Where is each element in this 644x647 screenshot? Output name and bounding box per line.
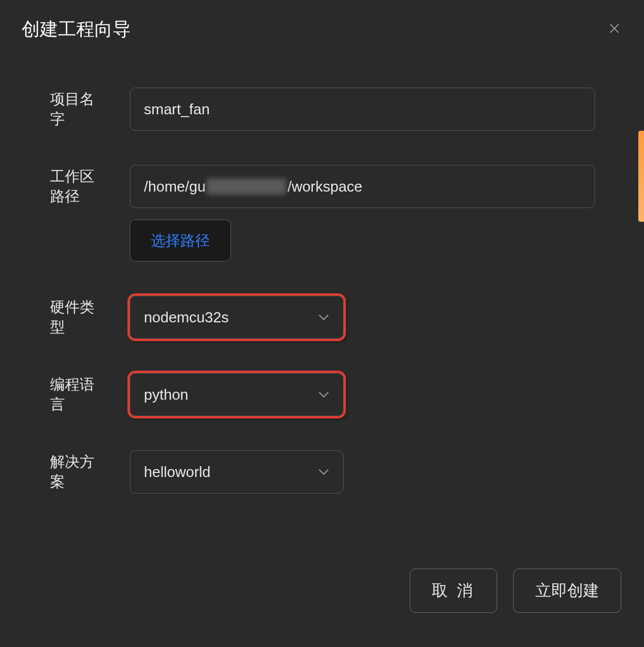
programming-language-row: 编程语言 python: [23, 373, 621, 416]
hardware-type-value: nodemcu32s: [144, 309, 229, 326]
chevron-down-icon: [318, 468, 329, 476]
project-name-label: 项目名字: [23, 89, 107, 129]
chevron-down-icon: [318, 391, 329, 399]
create-project-wizard-dialog: 创建工程向导 项目名字 工作区路径 /home/gu /wo: [0, 0, 644, 647]
workspace-path-prefix: /home/gu: [144, 178, 205, 196]
workspace-path-row: 工作区路径 /home/gu /workspace: [23, 165, 621, 208]
hardware-type-select[interactable]: nodemcu32s: [130, 296, 344, 339]
solution-select[interactable]: helloworld: [130, 450, 344, 493]
orange-accent-bar: [638, 131, 644, 222]
select-path-button[interactable]: 选择路径: [130, 219, 231, 262]
dialog-header: 创建工程向导: [0, 0, 644, 53]
dialog-footer: 取 消 立即创建: [0, 569, 644, 647]
dialog-title: 创建工程向导: [22, 17, 131, 42]
project-name-input[interactable]: [130, 88, 595, 131]
cancel-button[interactable]: 取 消: [410, 569, 497, 613]
solution-row: 解决方案 helloworld: [23, 450, 621, 493]
workspace-path-label: 工作区路径: [23, 167, 107, 206]
close-button[interactable]: [606, 22, 622, 38]
redacted-text: [207, 179, 286, 194]
close-icon: [608, 22, 621, 37]
dialog-body: 项目名字 工作区路径 /home/gu /workspace 选择路径 硬件类型: [0, 53, 644, 569]
create-button[interactable]: 立即创建: [513, 569, 621, 613]
workspace-path-input[interactable]: /home/gu /workspace: [130, 165, 595, 208]
solution-value: helloworld: [144, 463, 210, 481]
select-path-row: 选择路径: [130, 219, 621, 262]
chevron-down-icon: [318, 313, 329, 321]
programming-language-value: python: [144, 386, 188, 404]
solution-label: 解决方案: [23, 452, 107, 492]
hardware-type-label: 硬件类型: [23, 297, 107, 337]
programming-language-label: 编程语言: [23, 375, 107, 414]
hardware-type-row: 硬件类型 nodemcu32s: [23, 296, 621, 339]
workspace-path-suffix: /workspace: [287, 178, 362, 196]
project-name-row: 项目名字: [23, 88, 621, 131]
programming-language-select[interactable]: python: [130, 373, 344, 416]
